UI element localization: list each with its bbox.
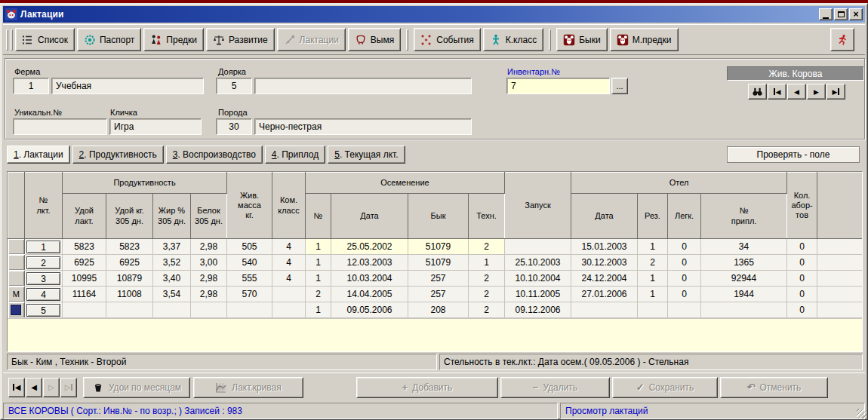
first-record-button[interactable]: ◀	[768, 84, 786, 100]
inventory-lookup-button[interactable]: ...	[611, 78, 628, 94]
table-cell[interactable]: 4	[272, 271, 306, 287]
table-cell[interactable]: 5823	[63, 239, 106, 255]
table-cell[interactable]: 1	[306, 255, 331, 271]
table-cell[interactable]: 1	[638, 287, 668, 302]
table-cell[interactable]: 15.01.2003	[571, 239, 638, 255]
current-row-marker[interactable]	[8, 302, 25, 318]
table-cell[interactable]	[153, 302, 191, 318]
table-cell[interactable]: 25.05.2002	[331, 239, 408, 255]
farm-name-field[interactable]	[51, 78, 204, 94]
table-cell[interactable]: 4	[272, 255, 306, 271]
lactations-button[interactable]: Лактации	[277, 28, 346, 51]
table-cell[interactable]: 30.12.2003	[571, 255, 638, 271]
close-button[interactable]: ×	[849, 8, 863, 20]
add-button[interactable]: + Добавить	[356, 377, 498, 398]
table-cell[interactable]: 51079	[408, 239, 469, 255]
bulls-button[interactable]: Быки	[556, 28, 607, 51]
table-cell[interactable]: 10879	[106, 271, 153, 287]
table-cell[interactable]: 10995	[63, 271, 106, 287]
table-cell[interactable]	[227, 302, 272, 318]
table-cell[interactable]: 1	[306, 271, 331, 287]
table-cell[interactable]: 0	[787, 271, 817, 287]
table-cell[interactable]: 0	[668, 271, 701, 287]
table-cell[interactable]: 2,98	[191, 271, 227, 287]
lact-no-cell[interactable]: 1	[25, 239, 63, 255]
delete-button[interactable]: − Удалить	[500, 377, 610, 398]
grid-last-button[interactable]: ▷	[60, 378, 77, 397]
table-cell[interactable]: 0	[787, 287, 817, 302]
table-cell[interactable]: 92944	[701, 271, 787, 287]
lact-no-cell[interactable]: 2	[25, 255, 63, 271]
check-field-button[interactable]: Проверять - поле	[727, 146, 860, 163]
table-cell[interactable]: 2,98	[191, 239, 227, 255]
table-cell[interactable]: 0	[668, 255, 701, 271]
table-cell[interactable]: 0	[787, 302, 817, 318]
save-button[interactable]: ✓ Сохранить	[612, 377, 718, 398]
table-cell[interactable]	[505, 239, 571, 255]
table-cell[interactable]: 27.01.2006	[571, 287, 638, 302]
table-cell[interactable]: 1365	[701, 255, 787, 271]
table-cell[interactable]: 3,00	[191, 255, 227, 271]
exit-run-button[interactable]	[830, 28, 854, 51]
table-cell[interactable]: 1	[638, 239, 668, 255]
mother-ancestors-button[interactable]: М.предки	[610, 28, 679, 51]
complex-class-button[interactable]: К.класс	[483, 28, 543, 51]
table-cell[interactable]: 1944	[701, 287, 787, 302]
table-cell[interactable]	[701, 302, 787, 318]
development-button[interactable]: Развитие	[206, 28, 275, 51]
table-cell[interactable]: 4	[272, 239, 306, 255]
table-cell[interactable]: 09.12.2006	[505, 302, 571, 318]
table-cell[interactable]: 505	[227, 239, 272, 255]
table-cell[interactable]: 09.05.2006	[331, 302, 408, 318]
table-cell[interactable]: 34	[701, 239, 787, 255]
table-cell[interactable]: 2	[469, 271, 505, 287]
table-cell[interactable]: 3,52	[153, 255, 191, 271]
cancel-button[interactable]: ↶ Отменить	[720, 377, 828, 398]
table-cell[interactable]: 10.03.2004	[331, 271, 408, 287]
minimize-button[interactable]	[819, 8, 833, 20]
table-cell[interactable]: 1	[306, 302, 331, 318]
row-marker[interactable]	[8, 271, 25, 287]
table-cell[interactable]: 10.10.2004	[505, 271, 571, 287]
table-cell[interactable]: 540	[227, 255, 272, 271]
table-cell[interactable]	[668, 302, 701, 318]
lact-no-cell[interactable]: 3	[25, 271, 63, 287]
table-cell[interactable]: 257	[408, 287, 469, 302]
table-cell[interactable]: 2,98	[191, 287, 227, 302]
table-cell[interactable]: 5823	[106, 239, 153, 255]
next-record-button[interactable]: ▶	[807, 84, 826, 100]
list-button[interactable]: Список	[15, 28, 75, 51]
milkmaid-code-field[interactable]	[216, 78, 252, 94]
table-cell[interactable]: 6925	[106, 255, 153, 271]
table-cell[interactable]: 2	[638, 255, 668, 271]
udder-button[interactable]: Вымя	[348, 28, 401, 51]
table-cell[interactable]	[272, 287, 306, 302]
grid-prev-button[interactable]: ◀	[26, 378, 42, 397]
tab-lactations[interactable]: 1. Лактации	[7, 146, 70, 164]
toolbar-grip[interactable]	[6, 29, 8, 51]
table-cell[interactable]: 0	[787, 255, 817, 271]
inventory-number-field[interactable]	[506, 78, 610, 94]
table-cell[interactable]	[272, 302, 306, 318]
breed-code-field[interactable]	[216, 118, 252, 135]
table-cell[interactable]: 0	[668, 239, 701, 255]
maximize-button[interactable]	[834, 8, 848, 20]
lactation-curve-button[interactable]: Лакт.кривая	[193, 377, 303, 398]
table-cell[interactable]: 570	[227, 287, 272, 302]
toolbar-grip[interactable]	[11, 29, 13, 51]
lact-no-cell[interactable]: 5	[25, 302, 63, 318]
table-cell[interactable]: 25.10.2003	[505, 255, 571, 271]
grid-first-button[interactable]: ◀	[8, 378, 25, 397]
nickname-field[interactable]	[109, 118, 202, 135]
unique-number-field[interactable]	[13, 118, 107, 135]
row-marker[interactable]	[8, 255, 25, 271]
table-cell[interactable]: 1	[469, 255, 505, 271]
breed-name-field[interactable]	[254, 118, 472, 135]
tab-productivity[interactable]: 2. Продуктивность	[72, 146, 164, 164]
table-cell[interactable]: 555	[227, 271, 272, 287]
prev-record-button[interactable]: ◀	[787, 84, 806, 100]
table-cell[interactable]: 1	[638, 271, 668, 287]
table-cell[interactable]: 0	[787, 239, 817, 255]
events-button[interactable]: События	[414, 28, 481, 51]
last-record-button[interactable]: ▶	[826, 84, 845, 100]
